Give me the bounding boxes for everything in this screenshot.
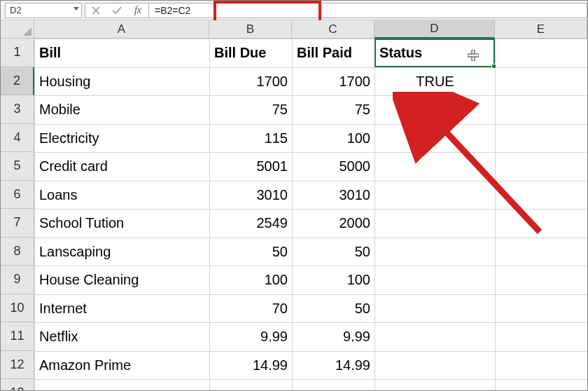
column-header-E[interactable]: E xyxy=(495,20,587,39)
cell-D8[interactable] xyxy=(375,238,496,266)
cell-E7[interactable] xyxy=(496,210,588,238)
cell-A12[interactable]: Amazon Prime xyxy=(35,351,210,380)
cell-B2[interactable]: 1700 xyxy=(210,67,293,96)
cell-B3[interactable]: 75 xyxy=(210,96,293,125)
row-header-9[interactable]: 9 xyxy=(1,266,34,294)
cell-C9[interactable]: 100 xyxy=(293,266,375,295)
formula-input[interactable]: =B2=C2 xyxy=(149,3,587,18)
row-header-2[interactable]: 2 xyxy=(1,67,34,96)
cell-B10[interactable]: 70 xyxy=(210,294,293,323)
cell-D4[interactable] xyxy=(375,124,496,153)
cell-C11[interactable]: 9.99 xyxy=(293,323,375,352)
cell-D10[interactable] xyxy=(375,294,496,323)
column-header-A[interactable]: A xyxy=(34,20,209,39)
cell-A13[interactable] xyxy=(35,380,210,392)
cell-E2[interactable] xyxy=(496,67,588,96)
row-headers: 12345678910111213 xyxy=(1,39,34,391)
cell-C6[interactable]: 3010 xyxy=(293,181,375,210)
cell-D13[interactable] xyxy=(375,380,496,392)
column-header-D[interactable]: D xyxy=(374,20,495,39)
cell-D7[interactable] xyxy=(375,210,496,238)
cell-E1[interactable] xyxy=(496,39,588,68)
cell-D6[interactable] xyxy=(375,181,496,210)
cell-A3[interactable]: Mobile xyxy=(35,96,210,125)
cell-D5[interactable] xyxy=(375,153,496,181)
cell-C8[interactable]: 50 xyxy=(293,238,375,266)
cell-E12[interactable] xyxy=(496,351,588,380)
row-header-7[interactable]: 7 xyxy=(1,209,34,238)
row-header-13[interactable]: 13 xyxy=(1,379,34,391)
cell-A10[interactable]: Internet xyxy=(35,294,210,323)
cell-A4[interactable]: Electricity xyxy=(35,124,210,153)
cancel-formula-button[interactable] xyxy=(85,6,106,15)
cell-E13[interactable] xyxy=(496,380,588,392)
cell-E4[interactable] xyxy=(496,124,588,153)
cell-D12[interactable] xyxy=(375,351,496,380)
cell-A2[interactable]: Housing xyxy=(35,67,210,96)
cell-A1[interactable]: Bill xyxy=(35,39,210,68)
cell-B6[interactable]: 3010 xyxy=(210,181,293,210)
cell-A7[interactable]: School Tution xyxy=(35,210,210,238)
cell-B13[interactable] xyxy=(210,380,293,392)
chevron-down-icon[interactable] xyxy=(74,7,79,11)
cell-B5[interactable]: 5001 xyxy=(210,153,293,181)
row-header-6[interactable]: 6 xyxy=(1,181,34,210)
cell-C12[interactable]: 14.99 xyxy=(293,351,375,380)
row-header-4[interactable]: 4 xyxy=(1,124,34,153)
row-header-8[interactable]: 8 xyxy=(1,238,34,266)
cell-A5[interactable]: Credit card xyxy=(35,153,210,181)
cell-C3[interactable]: 75 xyxy=(293,96,375,125)
name-box[interactable]: D2 xyxy=(5,3,82,18)
fx-icon[interactable]: fx xyxy=(127,5,148,16)
cell-B11[interactable]: 9.99 xyxy=(210,323,293,352)
cell-D1[interactable]: Status xyxy=(375,39,496,68)
cell-C1[interactable]: Bill Paid xyxy=(293,39,375,68)
formula-text: =B2=C2 xyxy=(155,5,190,16)
name-box-value: D2 xyxy=(10,5,22,15)
row-header-11[interactable]: 11 xyxy=(1,322,34,351)
cell-E8[interactable] xyxy=(496,238,588,266)
cell-D9[interactable] xyxy=(375,266,496,295)
select-all-corner[interactable] xyxy=(1,20,34,39)
column-header-C[interactable]: C xyxy=(292,20,374,39)
accept-formula-button[interactable] xyxy=(106,6,127,15)
cell-E11[interactable] xyxy=(496,323,588,352)
cell-B12[interactable]: 14.99 xyxy=(210,351,293,380)
cell-C10[interactable]: 50 xyxy=(293,294,375,323)
cell-D3[interactable] xyxy=(375,96,496,125)
cell-D11[interactable] xyxy=(375,323,496,352)
cell-C7[interactable]: 2000 xyxy=(293,210,375,238)
cell-E3[interactable] xyxy=(496,96,588,125)
cell-A9[interactable]: House Cleaning xyxy=(35,266,210,295)
cell-C2[interactable]: 1700 xyxy=(293,67,375,96)
row-header-3[interactable]: 3 xyxy=(1,95,34,124)
row-header-12[interactable]: 12 xyxy=(1,351,34,380)
formula-bar: D2 fx =B2=C2 xyxy=(1,1,587,20)
cell-E9[interactable] xyxy=(496,266,588,295)
cell-C13[interactable] xyxy=(293,380,375,392)
cell-E6[interactable] xyxy=(496,181,588,210)
cells-table: BillBill DueBill PaidStatusHousing170017… xyxy=(34,39,588,391)
cell-A8[interactable]: Lanscaping xyxy=(35,238,210,266)
cell-A6[interactable]: Loans xyxy=(35,181,210,210)
cell-B8[interactable]: 50 xyxy=(210,238,293,266)
cell-C5[interactable]: 5000 xyxy=(293,153,375,181)
spreadsheet-grid: 12345678910111213 ABCDE BillBill DueBill… xyxy=(1,20,587,390)
cell-C4[interactable]: 100 xyxy=(293,124,375,153)
column-header-B[interactable]: B xyxy=(209,20,292,39)
row-header-5[interactable]: 5 xyxy=(1,152,34,181)
row-header-10[interactable]: 10 xyxy=(1,294,34,323)
cell-B7[interactable]: 2549 xyxy=(210,210,293,238)
cell-E5[interactable] xyxy=(496,153,588,181)
column-headers: ABCDE xyxy=(34,20,588,39)
row-header-1[interactable]: 1 xyxy=(1,39,34,67)
cell-B4[interactable]: 115 xyxy=(210,124,293,153)
cell-E10[interactable] xyxy=(496,294,588,323)
cell-D2[interactable]: TRUE xyxy=(375,67,496,96)
cell-B1[interactable]: Bill Due xyxy=(210,39,293,68)
cell-B9[interactable]: 100 xyxy=(210,266,293,295)
cell-A11[interactable]: Netflix xyxy=(35,323,210,352)
